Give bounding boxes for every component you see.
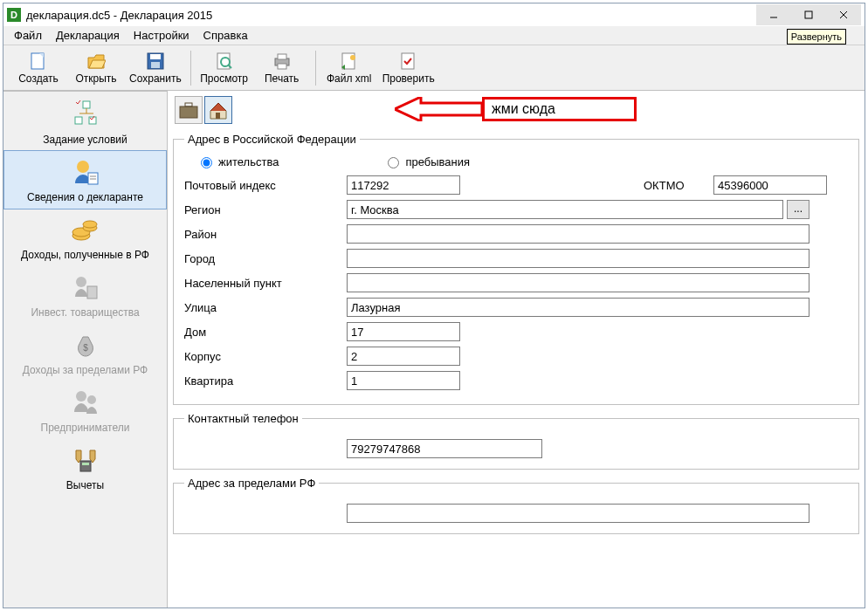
label-street: Улица — [184, 301, 347, 314]
label-postindex: Почтовый индекс — [184, 179, 347, 192]
separator — [190, 51, 191, 86]
toolbar-save[interactable]: Сохранить — [126, 47, 185, 89]
input-phone[interactable] — [347, 439, 542, 458]
tab-address[interactable] — [204, 96, 232, 124]
input-address-out[interactable] — [347, 504, 809, 523]
group-address-rf-legend: Адрес в Российской Федерации — [184, 133, 360, 146]
sidebar-item-business: Предприниматели — [3, 381, 167, 439]
save-icon — [145, 51, 166, 72]
button-region-lookup[interactable]: ... — [787, 200, 809, 219]
conditions-icon — [70, 99, 101, 130]
svg-rect-36 — [180, 106, 197, 118]
svg-point-29 — [76, 277, 86, 287]
tab-personal[interactable] — [175, 96, 203, 124]
menu-settings[interactable]: Настройки — [128, 27, 195, 44]
group-address-out-legend: Адрес за пределами РФ — [184, 477, 319, 490]
svg-rect-19 — [75, 117, 82, 124]
input-region[interactable] — [347, 200, 783, 219]
toolbar: Создать Открыть Сохранить Просмотр Печат… — [3, 45, 865, 91]
business-icon — [70, 387, 101, 418]
svg-rect-38 — [216, 113, 220, 119]
svg-rect-14 — [278, 64, 286, 69]
label-flat: Квартира — [184, 374, 347, 388]
input-city[interactable] — [347, 249, 809, 268]
svg-rect-30 — [87, 286, 97, 299]
group-phone: Контактный телефон — [173, 412, 859, 470]
house-icon — [207, 99, 230, 121]
group-address-rf: Адрес в Российской Федерации жительства … — [173, 133, 859, 405]
main-panel: жми сюда Адрес в Российской Федерации жи… — [168, 91, 865, 608]
toolbar-open[interactable]: Открыть — [68, 47, 124, 89]
toolbar-check[interactable]: Проверить — [379, 47, 438, 89]
titlebar: D декларация.dc5 - Декларация 2015 Разве… — [3, 3, 865, 26]
menubar: Файл Декларация Настройки Справка — [3, 26, 865, 45]
label-region: Регион — [184, 203, 347, 216]
print-icon — [272, 51, 293, 72]
svg-rect-1 — [805, 11, 812, 18]
briefcase-icon — [177, 99, 200, 121]
input-flat[interactable] — [347, 371, 460, 390]
sidebar-item-deductions[interactable]: Вычеты — [3, 439, 167, 497]
coins-icon — [70, 214, 101, 245]
input-street[interactable] — [347, 298, 809, 317]
svg-rect-18 — [83, 101, 90, 108]
svg-point-28 — [83, 221, 97, 228]
input-settlement[interactable] — [347, 273, 809, 292]
new-doc-icon — [28, 51, 49, 72]
sidebar-item-invest: Инвест. товарищества — [3, 266, 167, 324]
label-oktmo: ОКТМО — [644, 179, 713, 192]
group-phone-legend: Контактный телефон — [184, 412, 302, 425]
label-district: Район — [184, 228, 347, 241]
toolbar-xml[interactable]: Файл xml — [321, 47, 377, 89]
person-icon — [70, 156, 101, 188]
preview-icon — [214, 51, 235, 72]
toolbar-print[interactable]: Печать — [254, 47, 310, 89]
svg-rect-17 — [402, 53, 414, 69]
deductions-icon — [70, 444, 101, 476]
money-bag-icon: $ — [70, 329, 101, 360]
check-icon — [398, 51, 419, 72]
callout-annotation: жми сюда — [395, 97, 637, 121]
open-icon — [86, 51, 107, 72]
group-address-out: Адрес за пределами РФ — [173, 477, 859, 534]
svg-rect-37 — [185, 103, 192, 106]
menu-help[interactable]: Справка — [198, 27, 253, 44]
svg-point-21 — [77, 161, 89, 173]
label-settlement: Населенный пункт — [184, 277, 347, 290]
label-house: Дом — [184, 326, 347, 339]
window-title: декларация.dc5 - Декларация 2015 — [26, 9, 212, 22]
svg-text:$: $ — [83, 343, 88, 353]
label-building: Корпус — [184, 350, 347, 363]
sidebar: Задание условий Сведения о декларанте До… — [3, 91, 168, 608]
toolbar-preview[interactable]: Просмотр — [196, 47, 252, 89]
svg-rect-34 — [80, 461, 91, 471]
minimize-button[interactable] — [756, 4, 791, 25]
input-building[interactable] — [347, 347, 460, 366]
sidebar-item-income-out: $ Доходы за пределами РФ — [3, 324, 167, 381]
svg-rect-13 — [278, 54, 286, 59]
close-button[interactable] — [826, 4, 861, 25]
menu-file[interactable]: Файл — [9, 27, 47, 44]
svg-point-16 — [350, 55, 355, 60]
svg-rect-8 — [151, 62, 160, 68]
svg-marker-39 — [395, 97, 482, 121]
separator — [315, 51, 316, 86]
radio-residence[interactable]: жительства — [196, 154, 279, 168]
input-postindex[interactable] — [347, 175, 460, 195]
input-house[interactable] — [347, 322, 460, 341]
radio-stay[interactable]: пребывания — [383, 154, 470, 168]
svg-point-32 — [76, 391, 86, 402]
arrow-icon — [395, 97, 482, 121]
sidebar-item-declarant[interactable]: Сведения о декларанте — [3, 150, 167, 209]
toolbar-create[interactable]: Создать — [10, 47, 66, 89]
menu-declaration[interactable]: Декларация — [51, 27, 125, 44]
input-oktmo[interactable] — [713, 175, 827, 195]
svg-rect-35 — [82, 463, 89, 465]
maximize-button[interactable] — [791, 4, 826, 25]
svg-point-33 — [87, 395, 96, 404]
sidebar-item-conditions[interactable]: Задание условий — [3, 93, 167, 151]
tooltip-maximize: Развернуть — [787, 29, 846, 45]
app-icon: D — [7, 8, 21, 22]
input-district[interactable] — [347, 224, 809, 244]
sidebar-item-income-rf[interactable]: Доходы, полученные в РФ — [3, 209, 167, 266]
